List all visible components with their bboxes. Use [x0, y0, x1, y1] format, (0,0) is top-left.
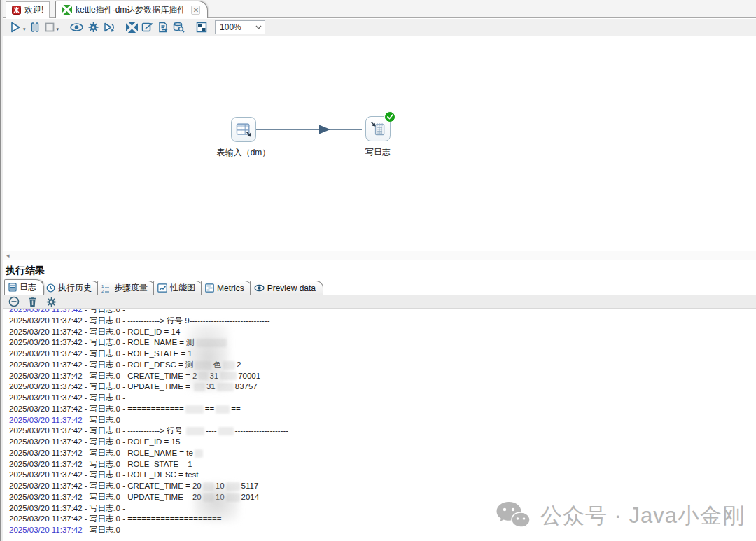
log-text: 2: [237, 360, 241, 369]
censor-patch: [226, 493, 240, 502]
log-timestamp: 2025/03/20 11:37:42: [9, 514, 83, 523]
log-timestamp: 2025/03/20 11:37:42: [9, 382, 83, 391]
log-line: 2025/03/20 11:37:42 - 写日志.0 - ROLE_DESC …: [9, 470, 756, 481]
censor-patch: [226, 482, 240, 491]
log-line: 2025/03/20 11:37:42 - 写日志.0 -: [9, 309, 756, 316]
tab-log-label: 日志: [20, 281, 36, 293]
spoon-red-icon: [12, 6, 21, 15]
preview-button[interactable]: [68, 20, 85, 35]
log-source: - 写日志.0 -: [83, 328, 128, 336]
log-timestamp: 2025/03/20 11:37:42: [9, 328, 83, 336]
kettle-green-icon: [62, 5, 72, 15]
log-text: ------------> 行号 9----------------------…: [127, 316, 270, 325]
tab-preview-data[interactable]: Preview data: [250, 281, 323, 295]
log-timestamp: 2025/03/20 11:37:42: [9, 437, 83, 446]
censor-patch: [194, 383, 205, 391]
log-source: - 写日志.0 -: [83, 349, 128, 358]
log-source: - 写日志.0 -: [83, 526, 128, 534]
chevron-down-icon: [255, 25, 262, 29]
log-timestamp: 2025/03/20 11:37:42: [9, 493, 83, 501]
log-source: - 写日志.0 -: [83, 460, 128, 468]
censor-patch: [223, 361, 235, 370]
tab-metrics-label: Metrics: [217, 283, 244, 293]
log-source: - 写日志.0 -: [83, 309, 128, 314]
log-source: - 写日志.0 -: [83, 437, 128, 446]
tab-metrics[interactable]: Metrics: [201, 281, 252, 295]
check-icon: [387, 114, 393, 120]
window-left-sash: [0, 0, 4, 541]
scroll-left-arrow[interactable]: ◂: [6, 252, 10, 259]
tab-step-metrics[interactable]: 1 2 步骤度量: [97, 281, 155, 295]
censor-patch: [198, 372, 208, 380]
log-timestamp: 2025/03/20 11:37:42: [9, 360, 83, 369]
run-button[interactable]: [8, 20, 23, 35]
debug-button[interactable]: [85, 20, 102, 35]
log-text: ==: [205, 405, 214, 413]
log-text: 10: [216, 482, 225, 490]
svg-text:1: 1: [102, 284, 104, 288]
log-timestamp: 2025/03/20 11:37:42: [9, 416, 83, 424]
log-source: - 写日志.0 -: [83, 338, 128, 346]
impact-button[interactable]: [139, 20, 155, 35]
gear-icon[interactable]: [46, 296, 57, 308]
stop-button[interactable]: [42, 20, 57, 35]
close-tab-icon[interactable]: ✕: [191, 6, 200, 15]
log-text: --------------------: [235, 426, 289, 435]
canvas-hscrollbar[interactable]: ◂: [4, 251, 756, 260]
zoom-select[interactable]: 100%: [215, 20, 265, 34]
log-source: - 写日志.0 -: [83, 382, 128, 391]
tab-log[interactable]: 日志: [4, 279, 44, 295]
log-source: - 写日志.0 -: [83, 393, 128, 402]
log-text: 5117: [241, 482, 259, 490]
preview-icon: [69, 21, 84, 34]
pause-button[interactable]: [28, 20, 42, 35]
log-timestamp: 2025/03/20 11:37:42: [9, 460, 83, 468]
log-text: CREATE_TIME = 2: [127, 372, 197, 380]
step-write-log-box: [365, 116, 391, 141]
wechat-icon: [495, 500, 531, 531]
log-text: ROLE_ID = 14: [127, 328, 180, 336]
tab-perf-graph-label: 性能图: [170, 282, 195, 294]
run-dropdown-caret[interactable]: ▾: [23, 27, 26, 32]
log-source: - 写日志.0 -: [83, 504, 128, 512]
clock-icon: [46, 283, 55, 293]
transformation-canvas[interactable]: 表输入（dm） 写日志: [4, 37, 756, 251]
show-results-button[interactable]: [194, 20, 209, 35]
get-sql-button[interactable]: [155, 20, 171, 35]
stop-dropdown-caret[interactable]: ▾: [57, 27, 59, 32]
replay-button[interactable]: [102, 20, 118, 35]
trash-icon[interactable]: [27, 296, 38, 307]
log-text: ROLE_STATE = 1: [127, 349, 192, 358]
log-text: 色: [213, 360, 221, 369]
step-write-log[interactable]: 写日志: [346, 116, 410, 158]
log-text: CREATE_TIME = 20: [127, 482, 202, 490]
log-source: - 写日志.0 -: [83, 449, 128, 457]
tab-perf-graph[interactable]: 性能图: [153, 281, 203, 295]
log-line: 2025/03/20 11:37:42 - 写日志.0 - ROLE_STATE…: [9, 459, 756, 470]
log-source: - 写日志.0 -: [83, 482, 128, 490]
log-text: 31: [209, 372, 218, 380]
log-source: - 写日志.0 -: [83, 372, 128, 380]
minus-circle-icon[interactable]: [8, 296, 20, 307]
log-text: ==: [231, 405, 240, 413]
censor-patch: [195, 449, 203, 458]
tab-welcome[interactable]: 欢迎!: [6, 1, 50, 18]
censor-patch: [217, 383, 234, 391]
run-icon: [9, 21, 22, 34]
log-text: ------------> 行号: [127, 426, 185, 435]
log-source: - 写日志.0 -: [83, 416, 128, 424]
tab-history[interactable]: 执行历史: [42, 281, 99, 295]
censor-patch: [216, 405, 230, 414]
log-text: ====================: [127, 514, 221, 523]
tab-transformation[interactable]: kettle插件-dm达梦数据库插件 ✕: [55, 1, 208, 18]
log-timestamp: 2025/03/20 11:37:42: [9, 349, 83, 358]
eye-icon: [254, 283, 265, 293]
censor-patch: [203, 493, 214, 502]
log-timestamp: 2025/03/20 11:37:42: [9, 504, 83, 512]
explore-db-button[interactable]: [171, 20, 187, 35]
impact-icon: [141, 21, 154, 34]
log-text: 2014: [241, 493, 260, 501]
log-timestamp: 2025/03/20 11:37:42: [9, 482, 83, 490]
step-table-input[interactable]: 表输入（dm）: [211, 117, 276, 159]
verify-button[interactable]: [125, 20, 139, 35]
